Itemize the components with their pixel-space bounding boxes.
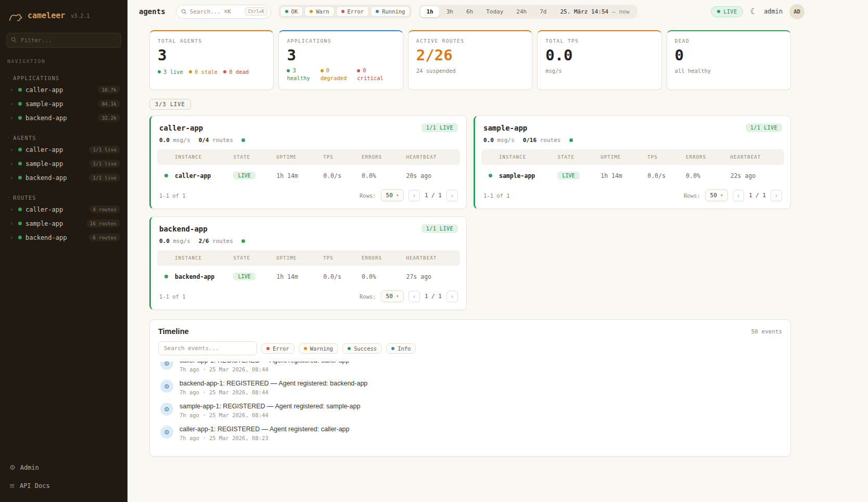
- stat-value: 2/26: [416, 47, 524, 64]
- chevron-right-icon: ›: [10, 220, 15, 227]
- sidebar-admin-link[interactable]: ⚙ Admin: [7, 460, 120, 474]
- range-button-1h[interactable]: 1h: [420, 6, 439, 17]
- uptime-cell: 1h 14m: [601, 172, 647, 179]
- status-dot-icon: [18, 88, 22, 92]
- sidebar-item-applications-sample-app[interactable]: ›sample-app84.1k: [0, 97, 127, 111]
- chevron-right-icon: ›: [10, 174, 15, 181]
- next-page-button[interactable]: ›: [446, 190, 458, 201]
- chevron-down-icon: ▾: [721, 193, 723, 198]
- event-title: backend-app-1: REGISTERED — Agent regist…: [180, 380, 367, 387]
- section-title: ROUTES: [13, 195, 36, 201]
- sidebar-filter-input[interactable]: [6, 33, 121, 48]
- instance-name: caller-app: [175, 172, 233, 179]
- heartbeat-cell: 22s ago: [731, 172, 784, 179]
- timeline-chip-warning[interactable]: Warning: [299, 343, 338, 354]
- range-button-7d[interactable]: 7d: [534, 6, 552, 17]
- rows-label: Rows:: [360, 293, 376, 300]
- sidebar-item-routes-backend-app[interactable]: ›backend-app6 routes: [0, 230, 127, 244]
- search-input[interactable]: [190, 8, 242, 15]
- user-name: admin: [764, 8, 783, 15]
- event-title: caller-app-1: REGISTERED — Agent registe…: [180, 362, 350, 364]
- gear-icon: ⚙: [9, 464, 16, 471]
- live-dot-icon: [717, 10, 720, 13]
- breakdown-healthy: healthy: [287, 75, 310, 81]
- timeline-chip-success[interactable]: Success: [342, 343, 382, 354]
- agent-card-backend-app: backend-app 1/1 LIVE 0.0 msg/s 2/6 route…: [149, 216, 467, 310]
- sidebar: cameleer v3.2.1 NAVIGATION ·APPLICATIONS…: [0, 0, 127, 502]
- item-label: sample-app: [25, 220, 63, 227]
- filter-chip-error[interactable]: Error: [336, 6, 369, 17]
- range-button-3h[interactable]: 3h: [441, 6, 459, 17]
- live-count-badge: 1/1 LIVE: [746, 123, 782, 132]
- events-list: ⚙ caller-app-1: REGISTERED — Agent regis…: [158, 362, 782, 450]
- chevron-right-icon: ›: [10, 114, 15, 121]
- timeline-chip-error[interactable]: Error: [261, 343, 295, 354]
- time-range-group: 1h 3h 6h Today 24h 7d 25. März 14:54 — n…: [419, 5, 637, 19]
- nav-heading: NAVIGATION: [0, 50, 127, 65]
- dark-mode-toggle[interactable]: ☾: [750, 8, 757, 16]
- table-header: INSTANCESTATEUPTIMETPSERRORSHEARTBEAT: [157, 250, 460, 266]
- instance-status-dot-icon: [489, 174, 492, 177]
- sidebar-api-docs-link[interactable]: ≡ API Docs: [7, 479, 120, 493]
- tps-value: 0.0: [483, 137, 494, 144]
- app-logo[interactable]: cameleer v3.2.1: [0, 0, 127, 30]
- prev-page-button[interactable]: ‹: [409, 291, 420, 302]
- sidebar-item-agents-sample-app[interactable]: ›sample-app1/1 live: [0, 157, 127, 171]
- health-dot-icon: [241, 138, 245, 142]
- running-dot-icon: [376, 10, 379, 13]
- table-row[interactable]: backend-app LIVE 1h 14m 0.0/s 0.0% 27s a…: [157, 266, 460, 287]
- chevron-right-icon: ›: [10, 86, 15, 93]
- next-page-button[interactable]: ›: [771, 190, 782, 201]
- table-row[interactable]: caller-app LIVE 1h 14m 0.0/s 0.0% 20s ag…: [157, 165, 460, 186]
- sidebar-item-applications-backend-app[interactable]: ›backend-app32.2k: [0, 111, 127, 125]
- sidebar-item-agents-caller-app[interactable]: ›caller-app1/1 live: [0, 143, 127, 157]
- live-toggle[interactable]: LIVE: [711, 6, 743, 17]
- timeline-chip-info[interactable]: Info: [386, 343, 416, 354]
- pagination-range: 1-1 of 1: [483, 192, 510, 199]
- timeline-search-input[interactable]: [158, 341, 257, 355]
- global-search[interactable]: Ctrl+K: [176, 5, 271, 19]
- state-badge: LIVE: [233, 172, 255, 179]
- warning-dot-icon: [304, 347, 307, 350]
- status-filter-group: OK Warn Error Running: [278, 5, 412, 18]
- event-title: caller-app-1: REGISTERED — Agent registe…: [180, 426, 350, 433]
- filter-chip-running[interactable]: Running: [371, 6, 410, 17]
- sidebar-item-applications-caller-app[interactable]: ›caller-app10.7k: [0, 83, 127, 97]
- sidebar-item-agents-backend-app[interactable]: ›backend-app1/1 live: [0, 171, 127, 185]
- pagination-range: 1-1 of 1: [159, 293, 186, 300]
- live-dot-icon: [158, 70, 161, 73]
- agent-card-title: backend-app: [159, 225, 208, 233]
- event-item[interactable]: ⚙ caller-app-1: REGISTERED — Agent regis…: [158, 422, 782, 445]
- page-indicator: 1 / 1: [425, 293, 442, 300]
- prev-page-button[interactable]: ‹: [409, 190, 420, 201]
- range-button-today[interactable]: Today: [480, 6, 509, 17]
- stat-card-dead: DEAD 0 all healthy: [667, 30, 791, 90]
- errors-cell: 0.0%: [362, 273, 406, 280]
- rows-per-page-select[interactable]: 50▾: [705, 189, 728, 201]
- stat-value: 3: [287, 47, 394, 64]
- range-button-6h[interactable]: 6h: [461, 6, 479, 17]
- item-badge: 84.1k: [98, 100, 120, 108]
- next-page-button[interactable]: ›: [446, 291, 458, 302]
- event-item[interactable]: ⚙ caller-app-1: REGISTERED — Agent regis…: [158, 362, 782, 376]
- event-item[interactable]: ⚙ sample-app-1: REGISTERED — Agent regis…: [158, 399, 782, 422]
- section-bullet-icon: ·: [7, 75, 10, 81]
- rows-per-page-select[interactable]: 50▾: [381, 290, 404, 302]
- section-bullet-icon: ·: [7, 135, 10, 141]
- breakdown-degraded: degraded: [321, 75, 347, 81]
- avatar[interactable]: AD: [789, 4, 805, 19]
- sidebar-item-routes-caller-app[interactable]: ›caller-app4 routes: [0, 202, 127, 216]
- prev-page-button[interactable]: ‹: [733, 190, 744, 201]
- filter-chip-warn[interactable]: Warn: [304, 6, 334, 17]
- status-dot-icon: [18, 236, 22, 239]
- routes-value: 0/4: [199, 137, 209, 144]
- filter-chip-ok[interactable]: OK: [280, 6, 303, 17]
- item-badge: 16 routes: [86, 220, 120, 227]
- rows-label: Rows:: [360, 192, 376, 199]
- table-row[interactable]: sample-app LIVE 1h 14m 0.0/s 0.0% 22s ag…: [481, 165, 784, 186]
- rows-per-page-select[interactable]: 50▾: [381, 189, 404, 201]
- error-dot-icon: [266, 347, 270, 350]
- range-button-24h[interactable]: 24h: [510, 6, 532, 17]
- sidebar-item-routes-sample-app[interactable]: ›sample-app16 routes: [0, 216, 127, 230]
- event-item[interactable]: ⚙ backend-app-1: REGISTERED — Agent regi…: [158, 376, 782, 399]
